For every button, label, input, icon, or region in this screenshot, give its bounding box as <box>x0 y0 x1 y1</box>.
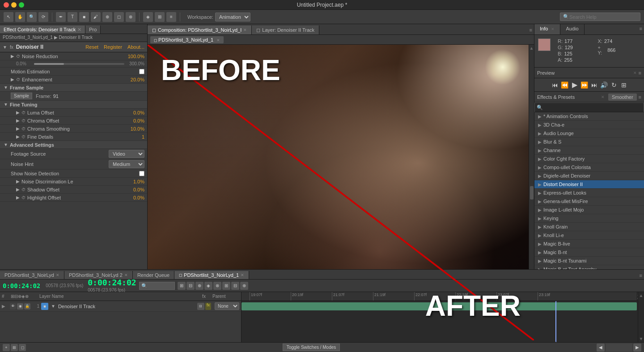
effects-item-15[interactable]: ▶Magic B‑live <box>534 240 644 248</box>
effects-item-4[interactable]: ▶Channe <box>534 146 644 155</box>
timeline-search[interactable] <box>139 282 175 290</box>
reset-button[interactable]: Reset <box>85 44 98 50</box>
shape-tool[interactable]: ■ <box>79 12 89 22</box>
timeline-marker-icon[interactable]: ⊟ <box>231 282 239 290</box>
layer-lock-icon[interactable]: 🔒 <box>24 303 30 310</box>
comp-sub-tab-close[interactable]: ✕ <box>216 38 220 42</box>
effects-search-input[interactable] <box>545 105 642 110</box>
effects-menu[interactable]: ≡ <box>637 94 641 100</box>
fine-details-expand[interactable]: ▶ <box>16 134 20 139</box>
highlight-offset-value[interactable]: 0.0% <box>122 195 144 200</box>
expand-arrow[interactable]: ▼ <box>3 45 7 50</box>
timeline-graph-icon[interactable]: ⊟ <box>186 282 195 290</box>
brush-tool[interactable]: 🖌 <box>91 12 101 22</box>
effects-item-17[interactable]: ▶Magic B‑nt Tsunami <box>534 257 644 265</box>
timeline-tab-active-close[interactable]: ✕ <box>241 273 244 277</box>
comp-settings-icon[interactable]: ⊞ <box>11 344 18 351</box>
noise-discrim-expand[interactable]: ▶ <box>16 179 20 184</box>
scrollbar-thumb[interactable] <box>530 186 534 199</box>
playhead-indicator[interactable] <box>555 301 560 342</box>
preview-close[interactable]: ✕ <box>633 71 637 75</box>
timeline-tab-1[interactable]: PDShortlist_3_NoirLyd ✕ <box>0 271 64 279</box>
chroma-expand[interactable]: ▶ <box>16 118 20 123</box>
info-tab[interactable]: Info ✕ <box>534 24 560 34</box>
last-frame-btn[interactable]: ⏭ <box>590 81 598 89</box>
maximize-button[interactable] <box>19 2 24 8</box>
prev-frame-btn[interactable]: ⏪ <box>561 81 569 89</box>
enhancement-value[interactable]: 20.0% <box>122 77 144 82</box>
timeline-comment-icon[interactable]: ⊕ <box>240 282 248 290</box>
register-button[interactable]: Register <box>104 44 122 50</box>
chroma-offset-value[interactable]: 0.0% <box>122 118 144 123</box>
layer-parent-select[interactable]: None <box>215 302 239 310</box>
orbit-tool[interactable]: ⟳ <box>38 12 48 22</box>
toggle-switches-btn[interactable]: Toggle Switches / Modes <box>283 344 340 351</box>
audio-tab[interactable]: Audio <box>560 24 584 34</box>
eraser-tool[interactable]: ◻ <box>114 12 124 22</box>
effects-item-8[interactable]: ▶Distort Denoiser II <box>534 180 644 189</box>
frame-sample-expand[interactable]: ▼ <box>4 85 8 90</box>
timeline-tab-2-close[interactable]: ✕ <box>124 273 128 277</box>
effect-controls-tab-close[interactable]: ✕ <box>77 27 81 33</box>
fine-details-value[interactable]: 1 <box>122 134 144 140</box>
timeline-trim-icon[interactable]: ⊕ <box>195 282 203 290</box>
text-tool[interactable]: T <box>68 12 77 22</box>
shadow-expand[interactable]: ▶ <box>16 187 20 192</box>
workspace-select[interactable]: Animation <box>215 13 250 21</box>
timeline-tab-1-close[interactable]: ✕ <box>56 273 59 277</box>
ram-preview-btn[interactable]: ⊞ <box>620 81 628 89</box>
advanced-expand[interactable]: ▼ <box>4 142 8 147</box>
comp-sub-tab-main[interactable]: ◻ PDShortlist_3_NoirLyd_1 ✕ <box>150 36 224 43</box>
effects-item-13[interactable]: ▶Knoll Grain <box>534 223 644 231</box>
express-tool[interactable]: ≡ <box>166 12 176 22</box>
effects-item-12[interactable]: ▶Keying <box>534 214 644 223</box>
pen-tool[interactable]: ✒ <box>56 12 66 22</box>
puppet-tool[interactable]: ⊗ <box>126 12 136 22</box>
scroll-up-arrow[interactable]: ▲ <box>639 293 644 298</box>
show-noise-checkbox[interactable] <box>139 171 144 176</box>
footage-source-select[interactable]: Video <box>109 150 144 158</box>
effects-close[interactable]: ✕ <box>601 95 605 99</box>
effects-item-3[interactable]: ▶Blur & S <box>534 138 644 146</box>
pro-tab[interactable]: Pro <box>85 25 101 34</box>
comp-tab-layer[interactable]: ◻ Layer: Denoiser II Track <box>252 25 319 34</box>
comp-tab-main[interactable]: ◻ Composition: PDShortlist_3_NoirLyd_I ✕ <box>148 25 252 34</box>
timeline-snap-icon[interactable]: ⊞ <box>178 282 186 290</box>
shadow-offset-value[interactable]: 0.0% <box>122 187 144 192</box>
info-tab-close[interactable]: ✕ <box>551 27 555 31</box>
noise-reduction-expand[interactable]: ▶ <box>11 54 14 59</box>
timeline-vertical-scroll[interactable]: ▲ ▼ <box>638 292 644 342</box>
noise-hint-select[interactable]: Medium <box>109 160 144 168</box>
chroma-smoothing-value[interactable]: 10.0% <box>122 126 144 131</box>
add-layer-icon[interactable]: + <box>3 344 10 351</box>
timeline-tab-render[interactable]: Render Queue <box>133 271 174 279</box>
comp-panel-menu[interactable]: ≡ <box>528 25 534 34</box>
search-input[interactable] <box>569 14 637 20</box>
timeline-work-icon[interactable]: ⊞ <box>222 282 230 290</box>
effects-item-16[interactable]: ▶Magic B‑nt <box>534 248 644 257</box>
close-button[interactable] <box>4 2 9 8</box>
effects-item-6[interactable]: ▶Compo‑ullet Colorista <box>534 163 644 172</box>
selection-tool[interactable]: ↖ <box>4 12 13 22</box>
loop-btn[interactable]: ↻ <box>610 81 618 89</box>
layer-solo-icon[interactable]: ◉ <box>17 303 23 310</box>
noise-discrim-value[interactable]: 1.0% <box>122 179 144 184</box>
smoother-tab[interactable]: Smoother <box>608 93 637 101</box>
comp-tab-main-close[interactable]: ✕ <box>243 28 247 32</box>
effects-item-11[interactable]: ▶Image L‑ullet Mojo <box>534 206 644 214</box>
layer-motion-blur-icon[interactable]: ⊟ <box>197 303 204 310</box>
audio-btn[interactable]: 🔊 <box>600 81 608 89</box>
track-tool[interactable]: ⊞ <box>155 12 165 22</box>
effects-item-10[interactable]: ▶Genera‑ullet MisFire <box>534 197 644 206</box>
highlight-expand[interactable]: ▶ <box>16 195 20 200</box>
scroll-left-btn[interactable]: ◀ <box>597 344 605 352</box>
effects-item-9[interactable]: ▶Express‑ullet Looks <box>534 189 644 197</box>
noise-reduction-value[interactable]: 100.0% <box>122 54 144 59</box>
draft-icon[interactable]: ◻ <box>19 344 26 351</box>
fine-tuning-expand[interactable]: ▼ <box>4 102 8 107</box>
next-frame-btn[interactable]: ⏩ <box>580 81 589 89</box>
effects-item-5[interactable]: ▶Color Cght Factory <box>534 155 644 163</box>
scroll-right-btn[interactable]: ▶ <box>633 344 641 352</box>
effects-item-1[interactable]: ▶3D Cha‑e <box>534 121 644 129</box>
effect-controls-tab[interactable]: Effect Controls: Denoiser II Track ✕ <box>0 25 85 34</box>
